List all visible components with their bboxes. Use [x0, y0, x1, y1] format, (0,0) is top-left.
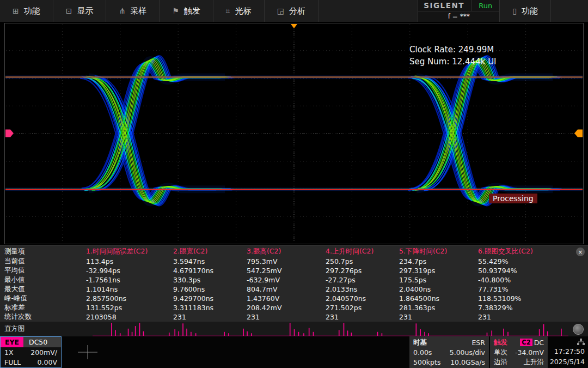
table-row: 平均值-32.994ps4.679170ns547.25mV297.276ps2…: [4, 266, 588, 275]
measure-column-header[interactable]: 3.眼高(C2): [247, 247, 326, 256]
measure-value-cell: 118.53109%: [478, 294, 588, 303]
measure-value-cell: 2.857500ns: [86, 294, 173, 303]
measure-value-cell: 1.43760V: [247, 294, 326, 303]
measure-value-cell: 113.4ps: [86, 257, 173, 266]
menu-item-cursor[interactable]: ⌗ 光标: [213, 0, 265, 22]
table-row: 峰-峰值2.857500ns9.429700ns1.43760V2.040570…: [4, 294, 588, 303]
clock-widget: 17:27:50 2025/5/14: [549, 336, 588, 368]
timebase-label: 时基: [413, 338, 427, 347]
measure-value-cell: 2103058: [86, 313, 173, 321]
grid-icon: ⊞: [13, 7, 19, 15]
measure-column-header[interactable]: 5.下降时间(C2): [399, 247, 478, 256]
menu-item-analysis[interactable]: ◲ 分析: [265, 0, 318, 22]
waveform-display[interactable]: Clock Rate: 249.99M Seg Num: 12.444k UI …: [0, 22, 588, 245]
table-row: 统计次数2103058231231231231231: [4, 312, 588, 322]
run-status-button[interactable]: Run: [471, 0, 499, 11]
measure-value-cell: 795.3mV: [247, 257, 326, 266]
vertical-offset: 0.00V: [38, 358, 57, 366]
measure-value-cell: 281.363ps: [399, 304, 478, 312]
measure-value-cell: 77.731%: [478, 285, 588, 293]
network-icon[interactable]: [577, 339, 585, 345]
measure-value-cell: 1.1014ns: [86, 285, 173, 293]
trigger-flag-icon: ⚑: [172, 7, 179, 15]
display-icon: ⊡: [66, 7, 72, 15]
table-row: 最小值-1.7561ns330.3ps-632.9mV-27.27ps175.5…: [4, 275, 588, 285]
table-row: 标准差131.552ps3.311183ns208.42mV271.502ps2…: [4, 303, 588, 312]
measure-value-cell: 231: [478, 313, 588, 321]
menu-item-function-right[interactable]: ▯ 功能: [499, 0, 551, 22]
brand-cluster: SIGLENT Run f = ***: [418, 0, 499, 22]
crosshair-icon: [77, 344, 99, 360]
menu-item-label: 显示: [77, 6, 93, 16]
measure-value-cell: 208.42mV: [247, 304, 326, 312]
timebase-scale: 5.00us/div: [450, 348, 485, 357]
measure-value-cell: -32.994ps: [86, 267, 173, 275]
timebase-delay: 0.00s: [413, 348, 432, 357]
menu-item-display[interactable]: ⊡ 显示: [53, 0, 107, 22]
trigger-source-badge: C2: [520, 339, 532, 346]
measure-column-header[interactable]: 2.眼宽(C2): [173, 247, 247, 256]
menu-item-trigger[interactable]: ⚑ 触发: [160, 0, 213, 22]
measure-value-cell: 250.7ps: [326, 257, 399, 266]
channel-scale-row: 1X 200mV/: [1, 347, 61, 358]
measure-value-cell: 55.429%: [478, 257, 588, 266]
measure-column-header[interactable]: 4.上升时间(C2): [326, 247, 399, 256]
timebase-widget[interactable]: 时基 ESR 0.00s 5.00us/div 500kpts 10.0GSa/…: [409, 336, 489, 368]
histogram-strip: 直方图: [0, 322, 588, 336]
date-readout: 2025/5/14: [550, 358, 585, 366]
histogram-plot: [93, 322, 568, 336]
menu-item-sampling[interactable]: ⋔ 采样: [106, 0, 160, 22]
clock-rate-readout: Clock Rate: 249.99M: [409, 45, 494, 55]
measure-value-cell: 231: [247, 313, 326, 321]
trigger-label: 触发: [494, 338, 507, 347]
measure-value-cell: 231: [326, 313, 399, 321]
channel-offset-row: FULL 0.00V: [1, 358, 61, 368]
probe-atten: 1X: [4, 348, 14, 357]
vertical-scale: 200mV/: [30, 348, 57, 357]
table-row: 最大值1.1014ns9.7600ns804.7mV2.0133ns2.0400…: [4, 285, 588, 294]
measure-row-label: 当前值: [4, 257, 86, 266]
menu-item-label: 触发: [184, 6, 200, 16]
measure-value-cell: 297.319ps: [399, 267, 478, 275]
status-bar: EYE DC50 1X 200mV/ FULL 0.00V 时基 ESR 0.0…: [0, 336, 588, 368]
eye-diagram: [4, 23, 584, 244]
trigger-level: -34.0mV: [515, 348, 544, 357]
trigger-widget[interactable]: 触发 C2 DC 单次 -34.0mV 边沿 上升沿: [490, 336, 548, 368]
measure-value-cell: 4.679170ns: [173, 267, 247, 275]
menu-item-label: 分析: [289, 6, 305, 16]
measure-value-cell: 547.25mV: [247, 267, 326, 275]
measurement-rows: 当前值113.4ps3.5947ns795.3mV250.7ps234.7ps5…: [4, 257, 588, 322]
measure-value-cell: 3.5947ns: [173, 257, 247, 266]
measure-value-cell: 7.38329%: [478, 304, 588, 312]
measurement-header-row: 测量项 1.时间间隔误差(C2)2.眼宽(C2)3.眼高(C2)4.上升时间(C…: [4, 246, 588, 257]
table-row: 当前值113.4ps3.5947ns795.3mV250.7ps234.7ps5…: [4, 257, 588, 266]
measure-value-cell: 234.7ps: [399, 257, 478, 266]
knob-icon[interactable]: [573, 324, 584, 335]
measure-value-cell: 2.0400ns: [399, 285, 478, 293]
measure-row-label: 平均值: [4, 266, 86, 275]
brand-logo: SIGLENT: [418, 0, 471, 11]
close-button[interactable]: ×: [576, 248, 585, 256]
measure-value-cell: 2.040570ns: [326, 294, 399, 303]
measure-value-cell: 330.3ps: [173, 276, 247, 284]
time-readout: 17:27:50: [554, 347, 585, 355]
channel-info-widget[interactable]: EYE DC50 1X 200mV/ FULL 0.00V: [0, 336, 62, 368]
measure-value-cell: 231: [399, 313, 478, 321]
measure-row-label: 峰-峰值: [4, 294, 86, 303]
top-menu-bar: ⊞ 功能 ⊡ 显示 ⋔ 采样 ⚑ 触发 ⌗ 光标 ◲ 分析 SIGLENT Ru…: [0, 0, 588, 22]
measure-value-cell: 297.276ps: [326, 267, 399, 275]
timebase-mode: ESR: [471, 339, 485, 347]
histogram-label: 直方图: [0, 322, 93, 336]
menu-item-function[interactable]: ⊞ 功能: [0, 0, 53, 22]
measure-value-cell: 1.864500ns: [399, 294, 478, 303]
measure-row-label: 最小值: [4, 275, 86, 285]
measure-value-cell: 9.7600ns: [173, 285, 247, 293]
measure-value-cell: 804.7mV: [247, 285, 326, 293]
channel-coupling: DC50: [23, 337, 61, 347]
measure-value-cell: 3.311183ns: [173, 304, 247, 312]
measure-column-header[interactable]: 1.时间间隔误差(C2): [86, 247, 173, 256]
measurement-panel: 测量项 1.时间间隔误差(C2)2.眼宽(C2)3.眼高(C2)4.上升时间(C…: [0, 245, 588, 322]
trigger-slope: 上升沿: [524, 358, 544, 367]
measure-column-header[interactable]: 6.眼图交叉比(C2): [478, 247, 588, 256]
menu-item-label: 采样: [130, 6, 146, 16]
